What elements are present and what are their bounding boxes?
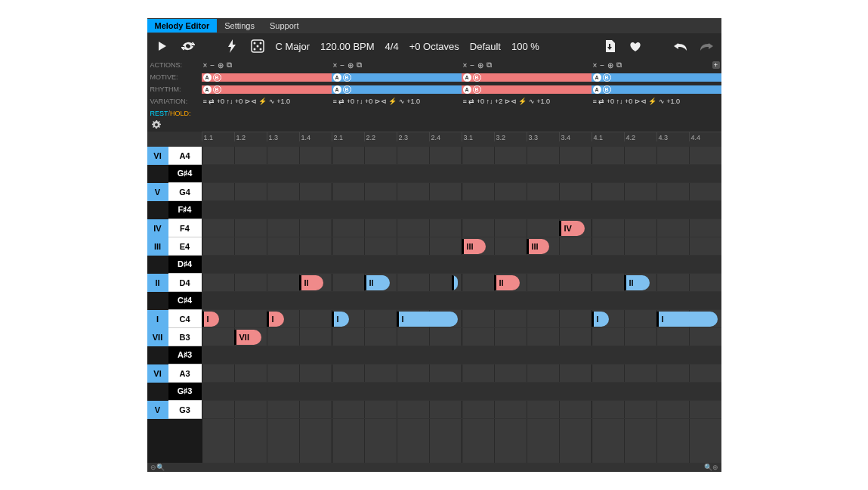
zoom-in-icon[interactable]: 🔍⊕ [704, 464, 718, 471]
motive-badge-b[interactable]: B [343, 73, 351, 82]
rhythm-section[interactable]: AB [462, 85, 592, 94]
motive-badge-a[interactable]: A [333, 73, 341, 82]
rhythm-badge-b[interactable]: B [343, 85, 351, 94]
undo-icon[interactable] [673, 39, 688, 54]
beat-marker: 4.2 [624, 132, 656, 141]
midi-note[interactable]: I [592, 312, 610, 327]
export-icon[interactable] [602, 39, 617, 54]
tab-melody-editor[interactable]: Melody Editor [147, 19, 218, 33]
rhythm-badge-a[interactable]: A [203, 85, 212, 94]
motive-badge-a[interactable]: A [203, 73, 212, 82]
note-grid[interactable]: IVIIIIIIIIIIIIIIIIIIVIIII [202, 147, 721, 463]
midi-note[interactable]: I [267, 312, 285, 327]
preset-display[interactable]: Default [470, 41, 501, 52]
key-display[interactable]: C Major [276, 41, 310, 52]
midi-note[interactable]: VII [234, 330, 262, 345]
tab-support[interactable]: Support [262, 19, 307, 33]
note-label[interactable]: A3 [168, 364, 202, 383]
midi-note[interactable]: II [624, 275, 650, 290]
variation-section[interactable]: ≡ ⇄ +0 ↑↓ +0 ⊳⊲ ⚡ ∿ +1.0 [332, 98, 462, 105]
note-label[interactable]: A♯3 [168, 346, 202, 364]
midi-note[interactable]: I [332, 312, 350, 327]
midi-note[interactable]: I [202, 312, 220, 327]
favorite-icon[interactable] [628, 39, 643, 54]
zoom-out-icon[interactable]: ⊖🔍 [150, 464, 165, 471]
section-action-−[interactable]: − [340, 61, 344, 70]
note-label[interactable]: B3 [168, 328, 202, 346]
section-action-−[interactable]: − [210, 61, 215, 70]
section-action-⊕[interactable]: ⊕ [348, 61, 354, 70]
midi-note[interactable]: IV [559, 221, 585, 236]
midi-note[interactable]: III [527, 239, 549, 254]
play-icon[interactable] [155, 39, 170, 54]
note-label[interactable]: E4 [168, 237, 202, 256]
midi-note[interactable]: III [462, 239, 486, 254]
section-action-⧉[interactable]: ⧉ [227, 60, 232, 70]
section-action-⊕[interactable]: ⊕ [477, 61, 483, 70]
rhythm-badge-b[interactable]: B [213, 85, 221, 94]
section-action-⧉[interactable]: ⧉ [487, 60, 492, 70]
rhythm-section[interactable]: AB [332, 85, 462, 94]
redo-icon[interactable] [699, 39, 714, 54]
variation-section[interactable]: ≡ ⇄ +0 ↑↓ +2 ⊳⊲ ⚡ ∿ +1.0 [462, 98, 592, 105]
bolt-icon[interactable] [224, 39, 239, 54]
rhythm-badge-a[interactable]: A [463, 85, 471, 94]
gear-icon[interactable] [152, 119, 161, 132]
rhythm-badge-a[interactable]: A [333, 85, 341, 94]
section-action-⊕[interactable]: ⊕ [218, 61, 224, 70]
bpm-display[interactable]: 120.00 BPM [320, 41, 375, 52]
midi-note[interactable]: II [364, 275, 390, 290]
note-label[interactable]: C♯4 [168, 292, 202, 310]
timeline-ruler[interactable]: 1.11.21.31.42.12.22.32.43.13.23.33.44.14… [147, 132, 721, 147]
midi-note[interactable]: I [397, 312, 459, 327]
timesig-display[interactable]: 4/4 [385, 41, 399, 52]
zoom-display[interactable]: 100 % [511, 41, 539, 52]
rhythm-badge-a[interactable]: A [593, 85, 601, 94]
rhythm-section[interactable]: AB [202, 85, 332, 94]
motive-badge-a[interactable]: A [593, 73, 601, 82]
motive-badge-b[interactable]: B [213, 73, 221, 82]
midi-note[interactable] [452, 275, 459, 290]
midi-note[interactable]: II [299, 275, 323, 290]
section-action-⧉[interactable]: ⧉ [357, 60, 362, 70]
bottom-scrollbar[interactable]: ⊖🔍 🔍⊕ [147, 463, 721, 472]
dice-icon[interactable] [250, 39, 265, 54]
section-action-⧉[interactable]: ⧉ [616, 60, 622, 70]
section-action-−[interactable]: − [470, 61, 474, 70]
section-action-×[interactable]: × [333, 61, 338, 70]
note-label[interactable]: G3 [168, 401, 202, 419]
beat-marker: 3.3 [527, 132, 559, 141]
section-action-×[interactable]: × [203, 61, 208, 70]
motive-badge-a[interactable]: A [463, 73, 471, 82]
note-label[interactable]: F4 [168, 219, 202, 237]
rhythm-badge-b[interactable]: B [473, 85, 481, 94]
tab-settings[interactable]: Settings [217, 19, 262, 33]
note-label[interactable]: G4 [168, 183, 202, 201]
variation-section[interactable]: ≡ ⇄ +0 ↑↓ +0 ⊳⊲ ⚡ ∿ +1.0 [202, 98, 332, 105]
note-label[interactable]: F♯4 [168, 201, 202, 219]
octaves-display[interactable]: +0 Octaves [409, 41, 459, 52]
motive-badge-b[interactable]: B [473, 73, 481, 82]
variation-section[interactable]: ≡ ⇄ +0 ↑↓ +0 ⊳⊲ ⚡ ∿ +1.0 [592, 98, 721, 105]
motive-section[interactable]: AB [332, 73, 462, 82]
midi-note[interactable]: II [494, 275, 520, 290]
rhythm-badge-b[interactable]: B [603, 85, 611, 94]
note-label[interactable]: G♯3 [168, 383, 202, 401]
degree-label: V [147, 183, 168, 201]
loop-icon[interactable] [181, 39, 196, 54]
rhythm-section[interactable]: AB [592, 85, 721, 94]
section-action-⊕[interactable]: ⊕ [607, 61, 613, 70]
motive-section[interactable]: AB [592, 73, 721, 82]
midi-note[interactable]: I [656, 312, 718, 327]
note-label[interactable]: C4 [168, 310, 202, 328]
section-action-−[interactable]: − [600, 61, 604, 70]
section-action-×[interactable]: × [463, 61, 468, 70]
motive-section[interactable]: AB [202, 73, 332, 82]
note-label[interactable]: A4 [168, 147, 202, 165]
note-label[interactable]: D4 [168, 274, 202, 292]
note-label[interactable]: D♯4 [168, 256, 202, 274]
motive-section[interactable]: AB [462, 73, 592, 82]
note-label[interactable]: G♯4 [168, 165, 202, 183]
section-action-×[interactable]: × [593, 61, 598, 70]
motive-badge-b[interactable]: B [603, 73, 611, 82]
